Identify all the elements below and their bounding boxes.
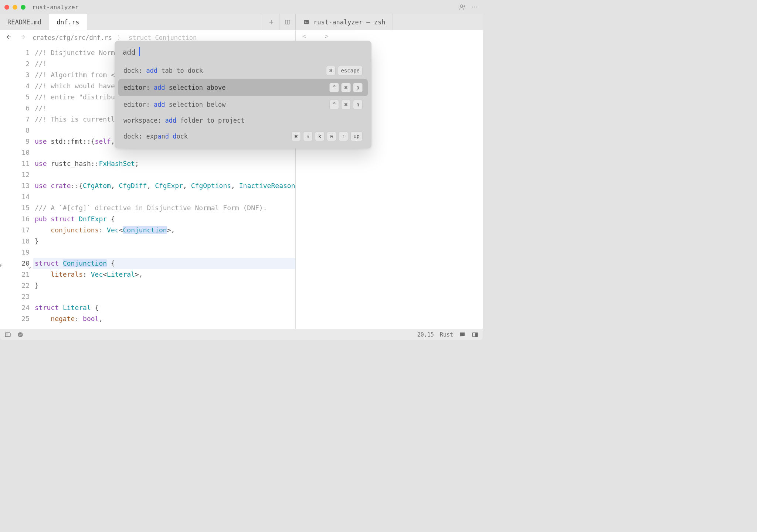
nav-back-button[interactable]: [4, 33, 13, 43]
svg-point-3: [472, 7, 473, 8]
code-line[interactable]: conjunctions: Vec<Conjunction>,: [33, 225, 295, 236]
gutter-line[interactable]: 13: [1, 180, 30, 191]
new-tab-button[interactable]: [263, 14, 279, 30]
gutter-line[interactable]: 11: [1, 158, 30, 169]
gutter-line[interactable]: 16: [1, 214, 30, 225]
gutter-line[interactable]: 15: [1, 202, 30, 214]
gutter-line[interactable]: ⚡⌄20: [1, 258, 30, 269]
breadcrumb-path[interactable]: crates/cfg/src/dnf.rs: [33, 34, 112, 41]
svg-point-16: [18, 332, 23, 337]
status-bar: 20,15 Rust: [0, 329, 483, 340]
gutter-line[interactable]: 3: [1, 69, 30, 81]
key-hint: n: [353, 100, 363, 109]
gutter-line[interactable]: 8: [1, 125, 30, 136]
breadcrumb-symbol[interactable]: struct Conjunction: [129, 34, 197, 41]
feedback-icon[interactable]: [459, 331, 466, 338]
key-hint: ⇧: [339, 132, 348, 141]
code-line[interactable]: [33, 147, 295, 158]
code-line[interactable]: }: [33, 236, 295, 247]
palette-item-label: editor: add selection below: [123, 101, 225, 108]
add-collaborator-icon[interactable]: [459, 4, 466, 10]
nav-forward-button[interactable]: [18, 33, 27, 43]
svg-rect-14: [5, 332, 10, 337]
close-window[interactable]: [4, 5, 9, 10]
right-panel-toggle-icon[interactable]: [472, 331, 478, 338]
palette-item-keys: ⌘⇧k⌘⇧up: [291, 132, 363, 141]
palette-item-label: dock: add tab to dock: [123, 67, 203, 74]
zoom-window[interactable]: [21, 5, 26, 10]
gutter-line[interactable]: 23: [1, 291, 30, 302]
key-hint: escape: [338, 66, 363, 75]
code-line[interactable]: literals: Vec<Literal>,: [33, 269, 295, 280]
tabs-filler: [87, 14, 263, 30]
terminal-nav-arrows[interactable]: < >: [296, 30, 483, 40]
gutter-line[interactable]: 4: [1, 81, 30, 92]
key-hint: ^: [329, 83, 339, 92]
right-tabs: rust-analyzer — zsh: [296, 14, 483, 30]
palette-item-keys: ^⌘p: [329, 83, 363, 92]
tab-dnf-rs[interactable]: dnf.rs: [49, 14, 87, 30]
gutter-line[interactable]: 6: [1, 103, 30, 114]
gutter-line[interactable]: 10: [1, 147, 30, 158]
gutter-line[interactable]: 18: [1, 236, 30, 247]
gutter-line[interactable]: 22: [1, 280, 30, 291]
key-hint: ⌘: [341, 83, 351, 92]
palette-item[interactable]: dock: expand dock⌘⇧k⌘⇧up: [118, 128, 368, 145]
code-line[interactable]: use rustc_hash::FxHashSet;: [33, 158, 295, 169]
code-line[interactable]: [33, 191, 295, 202]
gutter-line[interactable]: 12: [1, 169, 30, 180]
tab-readme[interactable]: README.md: [0, 14, 49, 30]
split-pane-button[interactable]: [279, 14, 296, 30]
tab-terminal[interactable]: rust-analyzer — zsh: [296, 14, 393, 30]
svg-rect-10: [304, 20, 309, 24]
gutter-line[interactable]: 21: [1, 269, 30, 280]
palette-query: add: [123, 48, 135, 56]
minimize-window[interactable]: [13, 5, 17, 10]
command-palette[interactable]: add dock: add tab to dock⌘escapeeditor: …: [115, 41, 371, 149]
palette-item[interactable]: editor: add selection below^⌘n: [118, 96, 368, 113]
palette-item[interactable]: dock: add tab to dock⌘escape: [118, 62, 368, 79]
palette-item[interactable]: workspace: add folder to project: [118, 113, 368, 128]
code-line[interactable]: struct Conjunction {: [33, 258, 295, 269]
palette-item-label: workspace: add folder to project: [123, 117, 245, 124]
gutter-line[interactable]: 2: [1, 58, 30, 69]
code-line[interactable]: struct Literal {: [33, 302, 295, 313]
window-title: rust-analyzer: [32, 4, 78, 11]
palette-item[interactable]: editor: add selection above^⌘p: [118, 79, 368, 96]
gutter: 12345678910111213141516171819⚡⌄202122232…: [0, 45, 33, 329]
menu-dots-icon[interactable]: [471, 4, 478, 10]
key-hint: ^: [329, 100, 339, 109]
gutter-line[interactable]: 5: [1, 92, 30, 103]
code-line[interactable]: negate: bool,: [33, 313, 295, 324]
palette-item-keys: ⌘escape: [326, 66, 363, 75]
code-line[interactable]: /// A `#[cfg]` directive in Disjunctive …: [33, 202, 295, 214]
code-line[interactable]: [33, 169, 295, 180]
gutter-line[interactable]: 9: [1, 136, 30, 147]
gutter-line[interactable]: 17: [1, 225, 30, 236]
palette-caret: [139, 47, 140, 56]
code-line[interactable]: [33, 291, 295, 302]
diagnostics-ok-icon[interactable]: [17, 331, 24, 338]
gutter-line[interactable]: 25: [1, 313, 30, 324]
key-hint: ⌘: [326, 66, 336, 75]
gutter-line[interactable]: 1: [1, 47, 30, 58]
status-language[interactable]: Rust: [440, 331, 453, 338]
key-hint: ⌘: [341, 100, 351, 109]
gutter-line[interactable]: 14: [1, 191, 30, 202]
palette-item-label: dock: expand dock: [123, 133, 188, 140]
key-hint: ⌘: [327, 132, 336, 141]
palette-input[interactable]: add: [118, 44, 368, 62]
project-panel-icon[interactable]: [4, 331, 11, 338]
key-hint: ⌘: [291, 132, 301, 141]
gutter-line[interactable]: 19: [1, 247, 30, 258]
gutter-line[interactable]: 7: [1, 114, 30, 125]
code-line[interactable]: [33, 247, 295, 258]
gutter-line[interactable]: 24: [1, 302, 30, 313]
status-cursor-pos[interactable]: 20,15: [417, 331, 434, 338]
tab-terminal-label: rust-analyzer — zsh: [313, 18, 385, 26]
palette-item-keys: ^⌘n: [329, 100, 363, 109]
code-line[interactable]: pub struct DnfExpr {: [33, 214, 295, 225]
code-line[interactable]: use crate::{CfgAtom, CfgDiff, CfgExpr, C…: [33, 180, 295, 191]
traffic-lights: [4, 5, 26, 10]
code-line[interactable]: }: [33, 280, 295, 291]
